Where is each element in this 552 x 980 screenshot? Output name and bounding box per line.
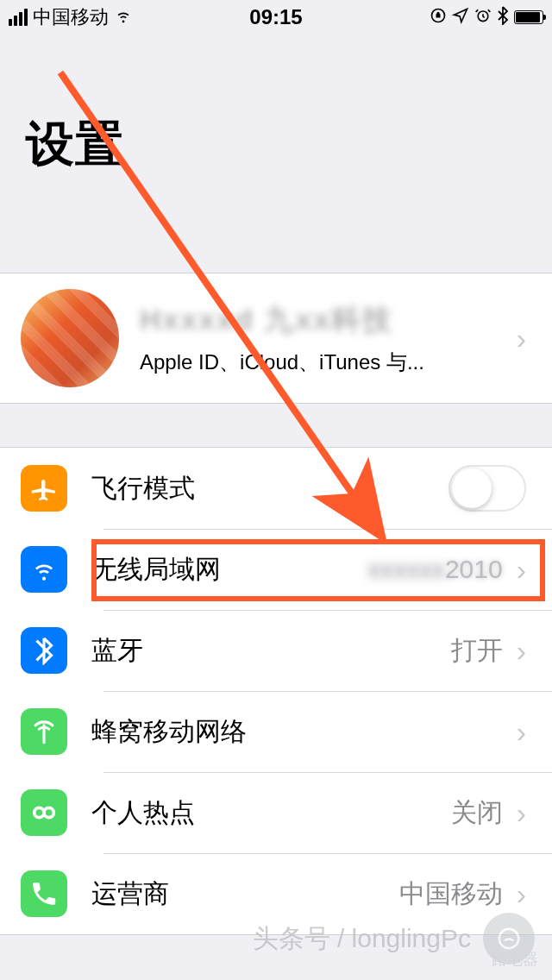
watermark-text: 头条号 / longlingPc	[253, 921, 471, 957]
apple-id-row[interactable]: Hxxxxd 九xx科技 Apple ID、iCloud、iTunes 与...…	[0, 273, 552, 403]
wifi-row[interactable]: 无线局域网 xxxxxx2010 ›	[0, 529, 552, 610]
hotspot-label: 个人热点	[91, 795, 451, 831]
page-title: 设置	[26, 112, 526, 178]
bluetooth-row[interactable]: 蓝牙 打开 ›	[0, 610, 552, 691]
watermark-badge-text: 路电器	[492, 949, 538, 970]
chevron-right-icon: ›	[517, 553, 526, 587]
alarm-icon	[474, 7, 492, 28]
svg-point-3	[44, 807, 53, 817]
watermark: 头条号 / longlingPc 路电器	[253, 913, 535, 964]
orientation-lock-icon	[430, 7, 447, 28]
chevron-right-icon: ›	[517, 634, 526, 668]
wifi-label: 无线局域网	[91, 552, 367, 587]
account-name: Hxxxxd 九xx科技	[140, 300, 508, 340]
hotspot-row[interactable]: 个人热点 关闭 ›	[0, 772, 552, 853]
account-subtitle: Apple ID、iCloud、iTunes 与...	[140, 349, 508, 376]
airplane-icon	[21, 465, 67, 512]
cellular-icon	[21, 708, 67, 755]
signal-icon	[9, 9, 28, 26]
chevron-right-icon: ›	[517, 715, 526, 749]
airplane-label: 飞行模式	[91, 471, 448, 506]
wifi-status-icon	[114, 6, 133, 29]
account-texts: Hxxxxd 九xx科技 Apple ID、iCloud、iTunes 与...	[140, 300, 508, 376]
location-icon	[452, 7, 469, 28]
cellular-row[interactable]: 蜂窝移动网络 ›	[0, 691, 552, 772]
hotspot-value: 关闭	[451, 795, 503, 831]
hotspot-icon	[21, 789, 67, 836]
chevron-right-icon: ›	[517, 877, 526, 911]
wifi-icon	[21, 546, 67, 593]
status-right	[430, 6, 543, 29]
status-left: 中国移动	[9, 4, 133, 30]
cellular-label: 蜂窝移动网络	[91, 714, 508, 750]
chevron-right-icon: ›	[517, 322, 526, 355]
bluetooth-value: 打开	[451, 633, 503, 669]
carrier-value: 中国移动	[399, 876, 503, 912]
avatar	[21, 289, 119, 387]
status-bar: 中国移动 09:15	[0, 0, 552, 35]
wifi-value: xxxxxx2010	[367, 555, 503, 584]
battery-icon	[514, 10, 543, 24]
bluetooth-label: 蓝牙	[91, 633, 451, 669]
network-group: 飞行模式 无线局域网 xxxxxx2010 › 蓝牙 打开 › 蜂窝移动网络 ›…	[0, 447, 552, 935]
bluetooth-icon	[21, 627, 67, 674]
carrier-label: 中国移动	[33, 4, 109, 30]
status-time: 09:15	[249, 5, 302, 29]
phone-icon	[21, 870, 67, 917]
bluetooth-status-icon	[497, 6, 509, 29]
airplane-toggle[interactable]	[448, 465, 526, 512]
account-group: Hxxxxd 九xx科技 Apple ID、iCloud、iTunes 与...…	[0, 273, 552, 404]
airplane-mode-row[interactable]: 飞行模式	[0, 448, 552, 529]
chevron-right-icon: ›	[517, 796, 526, 830]
page-header: 设置	[0, 35, 552, 195]
carrier-row-label: 运营商	[91, 876, 399, 912]
